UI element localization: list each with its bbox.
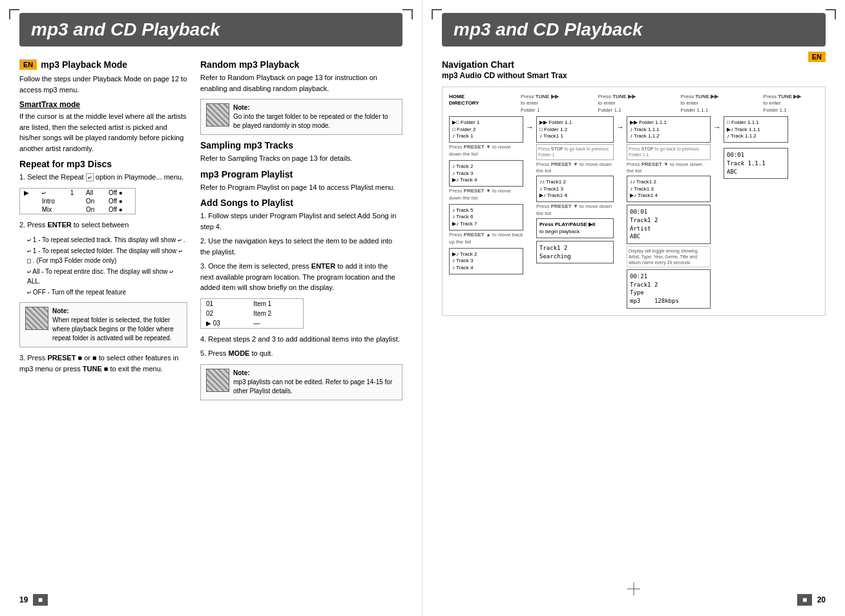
stop-note: Press STOP to go back to previous Folder… bbox=[536, 144, 614, 159]
nav-box-col1d: ▶♪ Track 2 ♪ Track 3 ♪ Track 4 bbox=[449, 248, 523, 274]
left-column: EN mp3 Playback Mode Follow the steps un… bbox=[19, 59, 187, 406]
nav-box-col1: ▶□ Folder 1 □ Folder 2 ♪ Track 1 bbox=[449, 116, 523, 143]
table-row-active: ▶ 03 — bbox=[201, 318, 304, 329]
right-page-title: mp3 and CD Playback bbox=[454, 19, 814, 40]
stop-note-2: Press STOP to go back to previous Folder… bbox=[627, 144, 711, 159]
random-note-body: Go into the target folder to be repeated… bbox=[233, 113, 388, 129]
table-row: Mix On Off ● bbox=[20, 205, 136, 214]
repeat-title: Repeat for mp3 Discs bbox=[19, 159, 187, 169]
nav-top-labels: HOMEDIRECTORY Press TUNE ▶▶to enterFolde… bbox=[449, 94, 819, 114]
table-row: 02 Item 2 bbox=[201, 309, 304, 318]
nav-box-col3b: ♪♪ Track1 2 ♪ Track1 3 ▶♪ Track1 4 bbox=[627, 176, 711, 202]
preset-down-2: Press PRESET ▼ to move down the list bbox=[536, 161, 614, 175]
sampling-body: Refer to Sampling Tracks on page 13 for … bbox=[200, 153, 402, 164]
time-box-1: Track1 2Searching bbox=[536, 241, 614, 263]
time-box-2: 00:01Track1 2ArtistABC bbox=[627, 205, 711, 243]
random-note-icon bbox=[206, 103, 229, 127]
nav-col4: □ Folder 1.1.1 ▶♪ Track 1.1.1 ♪ Track 1.… bbox=[724, 116, 788, 179]
arrow-1: → bbox=[526, 116, 534, 133]
en-badge-left: EN bbox=[19, 59, 37, 70]
preset-down-1b: Press PRESET ▼ to move down the list bbox=[449, 188, 523, 201]
right-page-header: mp3 and CD Playback bbox=[442, 13, 826, 46]
time-box-3: 00:21Track1 2Typemp3 128kbps bbox=[627, 269, 711, 308]
col1-label: HOMEDIRECTORY bbox=[449, 94, 515, 114]
preset-down-2b: Press PRESET ▼ to move down the list bbox=[536, 203, 614, 217]
press-tune-col1: Press TUNE ▶▶to enterFolder 1 bbox=[521, 94, 592, 114]
time-box-4: 00:01Track 1.1.1ABC bbox=[724, 148, 788, 179]
final-note-box: Note: mp3 playlists can not be edited. R… bbox=[200, 364, 402, 400]
smarttrax-body: If the cursor is at the middle level whe… bbox=[19, 111, 187, 154]
table-row: ▶ ↩ 1 All Off ● bbox=[20, 188, 136, 197]
playlist-table: 01 Item 1 02 Item 2 ▶ 03 — bbox=[200, 298, 304, 329]
nav-chart-subtitle: mp3 Audio CD without Smart Trax bbox=[442, 71, 826, 80]
final-note-label: Note: bbox=[233, 369, 250, 376]
mp3-playback-section: EN mp3 Playback Mode bbox=[19, 59, 187, 70]
random-body: Refer to Random Playback on page 13 for … bbox=[200, 72, 402, 94]
nav-chart-title: Navigation Chart bbox=[442, 59, 826, 70]
right-page: mp3 and CD Playback EN Navigation Chart … bbox=[422, 0, 845, 616]
repeat-table: ▶ ↩ 1 All Off ● Intro On Off ● Mix bbox=[19, 188, 136, 214]
nav-box-col1b: ♪ Track 2 ♪ Track 3 ▶♪ Track 4 bbox=[449, 160, 523, 187]
mp3-playback-body: Follow the steps under Playback Mode on … bbox=[19, 74, 187, 95]
smarttrax-title: SmartTrax mode bbox=[19, 100, 187, 109]
nav-box-col3: ▶▶ Folder 1.1.1 ♪ Track 1.1.1 ♪ Track 1.… bbox=[627, 116, 711, 143]
right-page-number: ■ 20 bbox=[795, 595, 826, 604]
nav-chart-diagram: HOMEDIRECTORY Press TUNE ▶▶to enterFolde… bbox=[442, 87, 826, 316]
nav-main-flow: ▶□ Folder 1 □ Folder 2 ♪ Track 1 Press P… bbox=[449, 116, 819, 308]
nav-col3: ▶▶ Folder 1.1.1 ♪ Track 1.1.1 ♪ Track 1.… bbox=[627, 116, 711, 308]
corner-mark-tr bbox=[402, 9, 413, 19]
add-songs-step3: 3. Once the item is selected, press ENTE… bbox=[200, 261, 402, 293]
corner-mark-tr2 bbox=[432, 9, 442, 19]
final-note-icon bbox=[206, 369, 229, 392]
repeat-step3: 3. Press PRESET ■ or ■ to select other f… bbox=[19, 353, 187, 374]
random-title: Random mp3 Playback bbox=[200, 59, 402, 70]
left-page: mp3 and CD Playback EN mp3 Playback Mode… bbox=[0, 0, 422, 616]
preset-up-1: Press PRESET ▲ to move back up the list bbox=[449, 232, 523, 245]
mp3-playback-title: mp3 Playback Mode bbox=[41, 59, 127, 70]
nav-chart-section: Navigation Chart mp3 Audio CD without Sm… bbox=[442, 59, 826, 316]
crosshair-bottom bbox=[627, 582, 640, 597]
press-tune-col4: Press TUNE ▶▶to enterFolder 1.1 bbox=[764, 94, 819, 114]
press-tune-col2: Press TUNE ▶▶to enterFolder 1.1 bbox=[598, 94, 676, 114]
preset-down-3: Press PRESET ▼ to move down the list bbox=[627, 161, 711, 175]
nav-box-col2b: ♪♪ Track1 2 ♪ Track1 3 ▶♪ Track1 4 bbox=[536, 176, 614, 202]
note-icon bbox=[25, 307, 48, 330]
repeat-step1: 1. Select the Repeat ↩ option in Playmod… bbox=[19, 172, 187, 183]
program-title: mp3 Program Playlist bbox=[200, 169, 402, 180]
nav-col1: ▶□ Folder 1 □ Folder 2 ♪ Track 1 Press P… bbox=[449, 116, 523, 274]
corner-mark-tl bbox=[9, 9, 19, 19]
repeat-step2-details: ↩ 1 - To repeat selected track. This dis… bbox=[27, 235, 187, 297]
corner-mark-tr3 bbox=[826, 9, 836, 19]
en-badge-right: EN bbox=[808, 52, 826, 62]
left-page-number: 19 ■ bbox=[19, 595, 48, 604]
left-page-header: mp3 and CD Playback bbox=[19, 13, 402, 46]
note-label: Note: bbox=[52, 307, 69, 314]
add-songs-step2: 2. Use the navigation keys to select the… bbox=[200, 236, 402, 257]
left-page-title: mp3 and CD Playback bbox=[31, 19, 391, 40]
press-tune-col3: Press TUNE ▶▶to enterFolder 1.1.1 bbox=[681, 94, 758, 114]
table-row: Intro On Off ● bbox=[20, 197, 136, 205]
random-note-box: Note: Go into the target folder to be re… bbox=[200, 99, 402, 135]
nav-box-col2: ▶▶ Folder 1.1 □ Folder 1.2 ♪ Track1 1 bbox=[536, 116, 614, 143]
nav-box-col4: □ Folder 1.1.1 ▶♪ Track 1.1.1 ♪ Track 1.… bbox=[724, 116, 788, 143]
display-note: Display will toggle among showing Artist… bbox=[627, 246, 711, 267]
preset-down-1: Press PRESET ▼ to move down the list bbox=[449, 144, 523, 158]
arrow-3: → bbox=[713, 116, 721, 133]
random-note-label: Note: bbox=[233, 104, 250, 111]
repeat-note-box: Note: When repeat folder is selected, th… bbox=[19, 302, 187, 347]
repeat-note-body: When repeat folder is selected, the fold… bbox=[52, 316, 174, 342]
nav-box-col2c: Press PLAY/PAUSE ▶II to begin playback bbox=[536, 218, 614, 238]
program-body: Refer to Program Playlist on page 14 to … bbox=[200, 182, 402, 193]
add-songs-step1: 1. Follow steps under Program Playlist a… bbox=[200, 210, 402, 232]
table-row: 01 Item 1 bbox=[201, 298, 304, 309]
final-note-body: mp3 playlists can not be edited. Refer t… bbox=[233, 378, 392, 395]
add-songs-step5: 5. Press MODE to quit. bbox=[200, 348, 402, 359]
repeat-step2: 2. Press ENTER to select between bbox=[19, 220, 187, 231]
add-songs-title: Add Songs to Playlist bbox=[200, 198, 402, 208]
add-songs-step4: 4. Repeat steps 2 and 3 to add additiona… bbox=[200, 334, 402, 345]
nav-box-col1c: ♪ Track 5 ♪ Track 6 ▶♪ Track 7 bbox=[449, 204, 523, 231]
right-column: Random mp3 Playback Refer to Random Play… bbox=[200, 59, 402, 406]
arrow-2: → bbox=[616, 116, 624, 133]
nav-col2: ▶▶ Folder 1.1 □ Folder 1.2 ♪ Track1 1 Pr… bbox=[536, 116, 614, 263]
sampling-title: Sampling mp3 Tracks bbox=[200, 140, 402, 150]
